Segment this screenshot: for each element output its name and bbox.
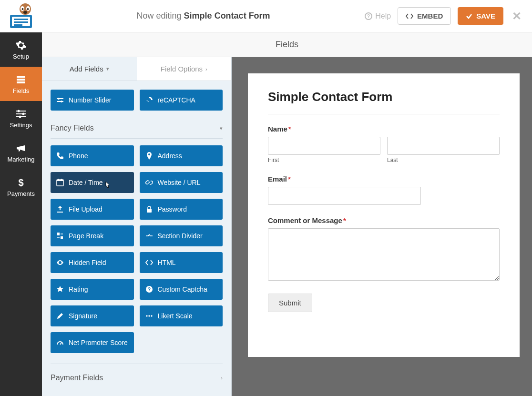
panel-title: Fields: [42, 32, 532, 57]
first-sublabel: First: [268, 157, 380, 163]
question-icon: ?: [145, 285, 153, 293]
nav-payments-label: Payments: [7, 190, 35, 197]
sliders-icon: [15, 108, 27, 120]
phone-icon: [56, 152, 64, 160]
save-button[interactable]: SAVE: [458, 7, 503, 25]
field-page-break-label: Page Break: [69, 232, 103, 240]
field-recaptcha[interactable]: reCAPTCHA: [140, 90, 223, 111]
divider: [51, 364, 223, 364]
close-button[interactable]: ✕: [510, 10, 523, 23]
nav-marketing[interactable]: Marketing: [0, 135, 42, 170]
section-fancy-label: Fancy Fields: [51, 124, 94, 132]
field-page-break[interactable]: Page Break: [51, 225, 134, 246]
field-hidden-label: Hidden Field: [69, 259, 106, 266]
svg-point-19: [18, 110, 20, 112]
pagebreak-icon: [56, 232, 64, 240]
nav-setup[interactable]: Setup: [0, 32, 42, 67]
field-html[interactable]: HTML: [140, 252, 223, 273]
field-number-slider-label: Number Slider: [69, 96, 111, 104]
tab-add-fields-label: Add Fields: [70, 65, 103, 73]
pencil-icon: [56, 312, 64, 320]
bullhorn-icon: [15, 142, 27, 154]
field-name: Name* First Last: [268, 125, 500, 163]
submit-button[interactable]: Submit: [268, 294, 312, 312]
lock-icon: [145, 205, 153, 213]
section-fancy-fields[interactable]: Fancy Fields ▾: [51, 124, 223, 139]
comment-textarea[interactable]: [268, 228, 500, 281]
editing-title: Now editing Simple Contact Form: [42, 11, 365, 21]
field-comment: Comment or Message*: [268, 216, 500, 282]
slider-icon: [56, 96, 64, 104]
field-custom-captcha-label: Custom Captcha: [158, 285, 207, 293]
svg-rect-14: [17, 79, 25, 81]
field-likert-scale-label: Likert Scale: [158, 312, 193, 320]
tab-field-options[interactable]: Field Options ›: [137, 57, 232, 81]
form-title: Simple Contact Form: [268, 90, 500, 104]
field-likert-scale[interactable]: Likert Scale: [140, 305, 223, 326]
main-panel: Fields Add Fields ▾ Field Options › Numb…: [42, 32, 532, 396]
help-link[interactable]: ? Help: [365, 12, 391, 20]
field-rating[interactable]: Rating: [51, 279, 134, 300]
field-nps-label: Net Promoter Score: [69, 339, 128, 346]
field-hidden[interactable]: Hidden Field: [51, 252, 134, 273]
svg-point-37: [148, 315, 150, 316]
svg-point-20: [22, 112, 25, 115]
field-html-label: HTML: [158, 259, 176, 266]
name-label: Name*: [268, 125, 500, 133]
code-icon: [145, 259, 153, 266]
svg-rect-33: [61, 236, 63, 239]
svg-point-38: [151, 315, 152, 316]
field-phone[interactable]: Phone: [51, 145, 134, 166]
logo: [0, 3, 42, 29]
gauge-icon: [56, 339, 64, 346]
sidebar-body[interactable]: Number Slider reCAPTCHA Fancy Fields ▾ P…: [42, 81, 231, 396]
svg-point-3: [22, 8, 24, 10]
embed-icon: [406, 13, 413, 20]
svg-rect-8: [14, 19, 28, 20]
field-date-time[interactable]: Date / Time: [51, 172, 134, 193]
chevron-right-icon: ›: [221, 375, 223, 381]
left-nav: Setup Fields Settings Marketing $ Paymen…: [0, 32, 42, 396]
nav-fields[interactable]: Fields: [0, 67, 42, 101]
nav-payments[interactable]: $ Payments: [0, 170, 42, 204]
section-payment-fields[interactable]: Payment Fields ›: [51, 374, 223, 382]
svg-rect-31: [147, 209, 152, 213]
field-signature[interactable]: Signature: [51, 305, 134, 326]
nav-settings[interactable]: Settings: [0, 101, 42, 135]
tab-add-fields[interactable]: Add Fields ▾: [42, 57, 137, 81]
svg-rect-9: [14, 21, 28, 23]
last-name-input[interactable]: [387, 137, 500, 155]
field-website-url-label: Website / URL: [158, 179, 201, 186]
svg-point-4: [27, 8, 29, 10]
field-custom-captcha[interactable]: ? Custom Captcha: [140, 279, 223, 300]
link-icon: [145, 179, 153, 186]
nav-fields-label: Fields: [13, 87, 30, 94]
embed-label: EMBED: [417, 12, 443, 20]
field-password[interactable]: Password: [140, 199, 223, 220]
embed-button[interactable]: EMBED: [398, 7, 451, 25]
sidebar-tabs: Add Fields ▾ Field Options ›: [42, 57, 231, 81]
chevron-down-icon: ▾: [220, 125, 223, 132]
first-name-input[interactable]: [268, 137, 380, 155]
field-file-upload[interactable]: File Upload: [51, 199, 134, 220]
form-name: Simple Contact Form: [184, 11, 270, 20]
field-section-divider[interactable]: Section Divider: [140, 225, 223, 246]
field-signature-label: Signature: [69, 312, 97, 320]
submit-label: Submit: [279, 299, 301, 307]
svg-text:?: ?: [367, 14, 370, 19]
recaptcha-icon: [145, 96, 153, 104]
divider-icon: [145, 232, 153, 240]
field-number-slider[interactable]: Number Slider: [51, 90, 134, 111]
ellipsis-icon: [145, 312, 153, 320]
email-input[interactable]: [268, 187, 421, 205]
fields-sidebar: Add Fields ▾ Field Options › Number Slid…: [42, 57, 232, 396]
form-icon: [15, 74, 27, 85]
field-address-label: Address: [158, 152, 182, 160]
field-address[interactable]: Address: [140, 145, 223, 166]
field-nps[interactable]: Net Promoter Score: [51, 332, 134, 353]
eye-icon: [56, 259, 64, 266]
field-email: Email*: [268, 175, 500, 205]
form-preview[interactable]: Simple Contact Form Name* First Last: [232, 57, 532, 396]
svg-point-5: [23, 11, 27, 14]
field-website-url[interactable]: Website / URL: [140, 172, 223, 193]
